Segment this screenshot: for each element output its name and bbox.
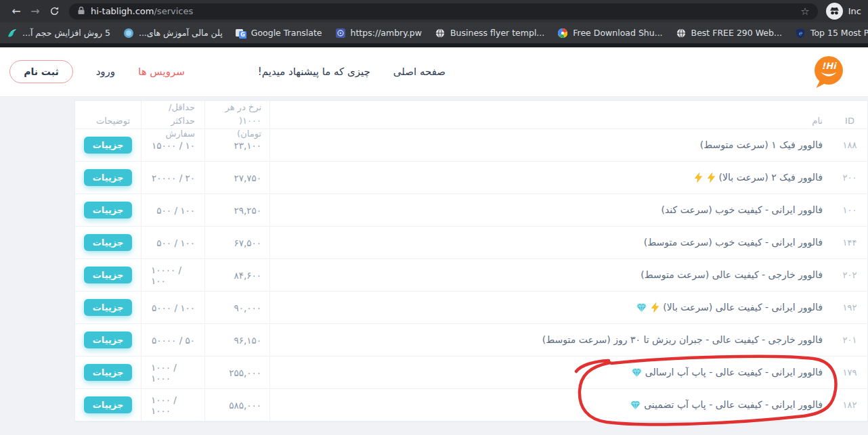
details-button[interactable]: جزییات [84, 169, 133, 186]
url-host: hi-tabligh.com [91, 6, 154, 16]
bookmark-label: Top 15 Most Popul... [810, 28, 868, 38]
screenshot-root: { "browser": { "toolbar": { "url_host": … [0, 0, 868, 435]
main-nav: صفحه اصلیچیزی که ما پیشنهاد میدیم!سرویس … [9, 47, 446, 96]
cell-id: ۱۹۲ [832, 292, 867, 323]
globe-icon [676, 28, 687, 39]
back-button[interactable]: ← [7, 2, 26, 21]
svg-text:G: G [240, 32, 245, 38]
cell-details: جزییات [75, 227, 141, 258]
bookmark-item[interactable]: Free Download Shu... [557, 28, 662, 39]
details-button[interactable]: جزییات [84, 234, 133, 251]
cell-details: جزییات [75, 162, 141, 193]
cell-rate: ۸۴,۶۰۰ [204, 259, 269, 291]
bookmark-item[interactable]: Best FREE 290 Web... [676, 28, 782, 39]
bookmark-label: Free Download Shu... [573, 28, 662, 38]
register-button[interactable]: ثبت نام [9, 60, 72, 83]
details-button[interactable]: جزییات [84, 137, 133, 154]
details-button[interactable]: جزییات [84, 299, 133, 316]
cell-id: ۱۰۰ [832, 194, 867, 226]
cell-rate: ۵۸۵,۰۰۰ [204, 389, 269, 421]
service-name: فالوور ایرانی - کیفیت عالی (سرعت بالا) [663, 300, 823, 314]
cell-details: جزییات [75, 389, 141, 421]
site-logo[interactable]: Hi! [812, 55, 845, 90]
bookmark-label: Google Translate [251, 28, 322, 38]
cell-id: ۱۷۹ [832, 357, 867, 388]
site-header: Hi! صفحه اصلیچیزی که ما پیشنهاد میدیم!سر… [0, 47, 868, 97]
cell-details: جزییات [75, 292, 141, 323]
cell-rate: ۲۳,۱۰۰ [204, 129, 269, 161]
cell-id: ۲۰۰ [832, 162, 867, 193]
cell-name: فالوور ایرانی - کیفیت خوب (سرعت متوسط) [269, 227, 832, 258]
ambry-app-icon [335, 28, 346, 39]
diamond-icon [630, 400, 641, 410]
cell-rate: ۲۵۵,۰۰۰ [204, 357, 269, 388]
details-button[interactable]: جزییات [84, 202, 133, 219]
cell-name: فالوور ایرانی - کیفیت عالی - پاپ آپ ارسا… [269, 357, 832, 388]
shield-e-icon: e [795, 28, 806, 39]
nav-item[interactable]: صفحه اصلی [393, 66, 446, 78]
bookmark-item[interactable]: eTop 15 Most Popul... [795, 28, 868, 39]
cell-minmax: ۱۰۰۰ / ۱۰۰۰ [141, 357, 204, 388]
cell-id: ۲۰۲ [832, 259, 867, 291]
table-header-row: ID نام نرخ در هر ۱۰۰۰( تومان) حداقل/حداک… [75, 101, 867, 129]
nav-item[interactable]: چیزی که ما پیشنهاد میدیم! [258, 66, 370, 78]
details-button[interactable]: جزییات [84, 331, 133, 348]
browser-chrome: ← → hi-tabligh.com/services ☆ Inc 5 روش … [0, 0, 868, 47]
cell-name: فالوور فیک ۲ (سرعت بالا) [269, 162, 832, 193]
lightning-icon [694, 173, 703, 183]
service-name: فالوور ایرانی - کیفیت خوب (سرعت کند) [661, 203, 823, 216]
blue-globe-dot-icon [123, 28, 134, 39]
cell-name: فالوور خارجی - کیفیت عالی - جبران ریزش ت… [269, 324, 832, 356]
cell-id: ۱۴۴ [832, 227, 867, 258]
bookmark-label: Best FREE 290 Web... [691, 28, 782, 38]
cell-minmax: ۵۰۰۰۰ / ۵۰ [141, 324, 204, 356]
cell-minmax: ۱۰۰۰۰ / ۱۰۰ [141, 259, 204, 291]
bookmark-item[interactable]: https://ambry.pw [335, 28, 422, 39]
url-text: hi-tabligh.com/services [91, 6, 193, 16]
details-button[interactable]: جزییات [84, 396, 133, 413]
cell-details: جزییات [75, 194, 141, 226]
cell-minmax: ۱۰۰۰ / ۱۰۰۰ [141, 389, 204, 421]
incognito-label: Inc [848, 6, 861, 16]
cell-details: جزییات [75, 129, 141, 161]
bookmark-star-icon[interactable]: ☆ [800, 5, 809, 18]
nav-item[interactable]: ورود [96, 66, 115, 78]
cell-name: فالوور ایرانی - کیفیت خوب (سرعت کند) [269, 194, 832, 226]
service-name: فالوور خارجی - کیفیت عالی (سرعت متوسط) [641, 268, 823, 281]
nav-item-active[interactable]: سرویس ها [138, 66, 185, 78]
incognito-icon [826, 3, 843, 20]
cell-rate: ۹۶,۱۵۰ [204, 324, 269, 356]
reload-button[interactable] [45, 2, 64, 21]
bookmark-item[interactable]: 5 روش افزایش حجم آ... [7, 28, 110, 39]
logo-text: Hi! [821, 61, 837, 71]
lock-icon [77, 5, 85, 18]
bookmarks-bar: 5 روش افزایش حجم آ...پلن مالی آموزش های.… [0, 22, 868, 43]
bookmark-item[interactable]: Business flyer templ... [435, 28, 544, 39]
table-row: ۲۰۰فالوور فیک ۲ (سرعت بالا)۲۷,۷۵۰۲۰۰۰۰ /… [75, 162, 867, 194]
diamond-icon [632, 368, 642, 377]
service-name: فالوور ایرانی - کیفیت عالی - پاپ آپ تضمی… [644, 398, 823, 411]
cell-rate: ۶۷,۵۰۰ [204, 227, 269, 258]
cell-rate: ۲۷,۷۵۰ [204, 162, 269, 193]
details-button[interactable]: جزییات [84, 364, 133, 381]
cell-id: ۲۰۱ [832, 324, 867, 356]
lightning-icon [707, 173, 716, 183]
browser-toolbar: ← → hi-tabligh.com/services ☆ Inc [0, 0, 868, 22]
bookmark-item[interactable]: پلن مالی آموزش های... [123, 28, 223, 39]
cell-name: فالوور فیک ۱ (سرعت متوسط) [269, 129, 832, 161]
table-row: ۲۰۱فالوور خارجی - کیفیت عالی - جبران ریز… [75, 324, 867, 357]
forward-button[interactable]: → [26, 2, 45, 21]
teal-bird-icon [7, 28, 18, 39]
bookmark-label: Business flyer templ... [450, 28, 544, 38]
cell-minmax: ۱۵۰۰۰ / ۱۰ [141, 129, 204, 161]
cell-details: جزییات [75, 259, 141, 291]
cell-minmax: ۵۰۰ / ۱۰۰ [141, 227, 204, 258]
globe-icon [435, 28, 446, 39]
bookmark-label: 5 روش افزایش حجم آ... [22, 28, 110, 38]
cell-details: جزییات [75, 357, 141, 388]
cell-id: ۱۸۲ [832, 389, 867, 421]
service-name: فالوور فیک ۱ (سرعت متوسط) [700, 138, 823, 152]
url-bar[interactable]: hi-tabligh.com/services ☆ [69, 3, 818, 20]
bookmark-item[interactable]: GGoogle Translate [236, 28, 322, 39]
details-button[interactable]: جزییات [84, 267, 133, 283]
